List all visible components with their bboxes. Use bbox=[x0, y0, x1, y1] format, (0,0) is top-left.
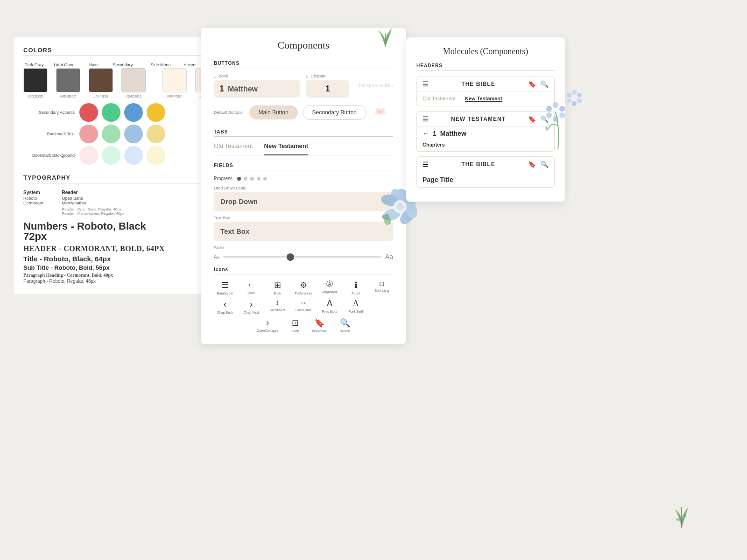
color-swatch-lightgray: #6D6D6D bbox=[56, 68, 80, 98]
progress-dot-5 bbox=[263, 177, 267, 181]
progress-dot-3 bbox=[250, 177, 254, 181]
opencollapse-icon-item[interactable]: › Open/Collapse bbox=[257, 318, 278, 333]
dropdown-field[interactable]: Drop Down ∨ bbox=[214, 192, 393, 211]
main-button[interactable]: Main Button bbox=[249, 105, 298, 119]
scrollvert-icon-item[interactable]: ↕ Scroll-Vert bbox=[266, 299, 289, 314]
scrollvert-icon: ↕ bbox=[275, 299, 279, 307]
search-icon-label: Search bbox=[340, 329, 350, 333]
chapnext-icon-item[interactable]: › Chap Next bbox=[240, 299, 262, 314]
buttons-section-title: BUTTONS bbox=[214, 61, 393, 68]
fontserif-icon-item[interactable]: A Font-Serif bbox=[345, 299, 367, 314]
typo-cols: System Roboto Cormorant Reader Open Sans… bbox=[23, 190, 201, 216]
bookmark-text-green bbox=[102, 125, 120, 143]
bookmark-btn-2[interactable]: 🔖 bbox=[528, 115, 536, 123]
bookmark-btn-3[interactable]: 🔖 bbox=[528, 161, 536, 168]
tab-new-testament[interactable]: New Testament bbox=[264, 142, 308, 155]
typo-number-sample: Numbers - Roboto, Black72px bbox=[23, 221, 201, 242]
typo-samples: Numbers - Roboto, Black72px HEADER - COR… bbox=[23, 221, 201, 284]
hamburger-menu-icon-3[interactable]: ☰ bbox=[423, 161, 429, 168]
search-btn-1[interactable]: 🔍 bbox=[541, 80, 549, 88]
progress-dot-2 bbox=[244, 177, 247, 181]
splitlang-label: Split Lang bbox=[374, 289, 389, 292]
svg-point-14 bbox=[394, 200, 407, 213]
panel-title: Components bbox=[277, 39, 329, 51]
svg-point-26 bbox=[572, 101, 577, 106]
hamburger-icon-item[interactable]: ☰ Hamburger bbox=[214, 280, 236, 295]
bg-blur-label: Background Blur bbox=[359, 83, 393, 88]
header-card-2: ☰ NEW TESTAMENT 🔖 🔍 ← 1 Matthew Chapters bbox=[416, 111, 555, 152]
back-label: Back bbox=[247, 291, 255, 294]
plant-bottom-decoration bbox=[663, 483, 700, 532]
color-swatch-secondary: #E4D9D1 bbox=[121, 68, 146, 98]
hamburger-menu-icon-2[interactable]: ☰ bbox=[423, 115, 429, 123]
bible-icon-item[interactable]: ⊞ Bible bbox=[266, 280, 289, 295]
secondary-button[interactable]: Secondary Button bbox=[303, 105, 366, 120]
chapnext-label: Chap Next bbox=[243, 311, 259, 314]
bookmark-icon: 🔖 bbox=[314, 318, 324, 328]
system-label: System bbox=[23, 190, 43, 195]
search-icon: 🔍 bbox=[340, 318, 350, 328]
bookmark-icon-label: Bookmark bbox=[312, 329, 327, 333]
reader-font-1: Open Sans bbox=[62, 196, 124, 201]
book-input[interactable]: 1 Matthew bbox=[214, 80, 300, 98]
header-tab-new-1[interactable]: New Testament bbox=[465, 96, 502, 102]
typo-subtitle-sample: Sub Title - Roboto, Bold, 56px bbox=[23, 264, 201, 271]
chapter-input[interactable]: 1 bbox=[306, 80, 349, 98]
svg-point-23 bbox=[572, 90, 577, 95]
slider-track[interactable] bbox=[223, 256, 381, 258]
search-btn-3[interactable]: 🔍 bbox=[541, 161, 549, 168]
textbox-field[interactable]: Text Box bbox=[214, 222, 393, 241]
hex-main: #644B39 bbox=[93, 94, 108, 98]
preferences-label: Preferences bbox=[295, 292, 312, 295]
svg-point-13 bbox=[402, 198, 419, 220]
search-icon-item[interactable]: 🔍 Search bbox=[340, 318, 350, 333]
languages-icon-item[interactable]: Ⓐ Languages bbox=[318, 280, 341, 295]
chapter-number: 1 bbox=[325, 84, 330, 93]
progress-dot-1 bbox=[237, 177, 241, 181]
splitlang-icon-item[interactable]: ⊟ Split Lang bbox=[371, 280, 393, 295]
textbox-label: Text Box bbox=[214, 216, 393, 220]
accent-swatches bbox=[79, 103, 165, 122]
color-name-darkgray: Dark Gray bbox=[23, 63, 44, 67]
typo-para-sample: Paragraph - Roboto, Regular, 48px bbox=[23, 279, 201, 284]
preferences-icon-item[interactable]: ⚙ Preferences bbox=[292, 280, 315, 295]
nav-book-name: Matthew bbox=[440, 130, 466, 137]
header-icons-3: 🔖 🔍 bbox=[528, 161, 549, 168]
about-icon-item[interactable]: ℹ About bbox=[345, 280, 367, 295]
accent-yellow bbox=[147, 103, 165, 122]
nav-back-arrow[interactable]: ← bbox=[423, 130, 429, 137]
bookmark-icon-item[interactable]: 🔖 Bookmark bbox=[312, 318, 327, 333]
book-icon-item[interactable]: ⊡ Book bbox=[291, 318, 299, 333]
system-font-2: Cormorant bbox=[23, 201, 43, 205]
scrollhorz-icon-item[interactable]: ↔ Scroll-Horz bbox=[292, 299, 315, 314]
icons-section-title: Icons bbox=[214, 267, 393, 274]
svg-point-25 bbox=[577, 98, 582, 103]
color-name-accent: Accent bbox=[180, 63, 201, 67]
left-panel: COLORS Dark Gray Light Gray Main Seconda… bbox=[14, 37, 210, 294]
dropdown-arrow-icon: ∨ bbox=[382, 198, 387, 205]
hex-darkgray: #2D2D2D bbox=[27, 94, 43, 98]
hamburger-menu-icon[interactable]: ☰ bbox=[423, 80, 429, 88]
search-btn-2[interactable]: 🔍 bbox=[541, 115, 549, 123]
header-tab-old-1[interactable]: Old Testament bbox=[423, 96, 456, 102]
back-icon-item[interactable]: ← Back bbox=[240, 280, 262, 295]
slider-thumb[interactable] bbox=[287, 253, 294, 261]
bookmark-bg-swatches bbox=[79, 146, 165, 165]
bookmark-btn-1[interactable]: 🔖 bbox=[528, 80, 536, 88]
dropdown-label: Drop Down Label bbox=[214, 186, 393, 190]
tab-old-testament[interactable]: Old Testament bbox=[214, 142, 253, 152]
tabs-row: Old Testament New Testament bbox=[214, 142, 393, 155]
about-icon: ℹ bbox=[354, 280, 358, 290]
icons-grid-row1: ☰ Hamburger ← Back ⊞ Bible ⚙ Preferences… bbox=[214, 280, 393, 295]
svg-point-29 bbox=[572, 96, 576, 100]
bookmark-text-yellow bbox=[147, 125, 165, 143]
reader-label: Reader bbox=[62, 190, 124, 195]
dropdown-value: Drop Down bbox=[220, 197, 258, 205]
svg-point-24 bbox=[577, 93, 582, 98]
chapback-icon-item[interactable]: ‹ Chap Back bbox=[214, 299, 236, 314]
reader-spec-1: Reader - Open Sans, Regular, 40px bbox=[62, 207, 124, 211]
typography-title: TYPOGRAPHY bbox=[23, 174, 201, 183]
fontsans-icon-item[interactable]: A Font-Sans bbox=[318, 299, 341, 314]
tabs-section: TABS Old Testament New Testament bbox=[214, 129, 393, 155]
progress-row: Progress bbox=[214, 176, 393, 181]
